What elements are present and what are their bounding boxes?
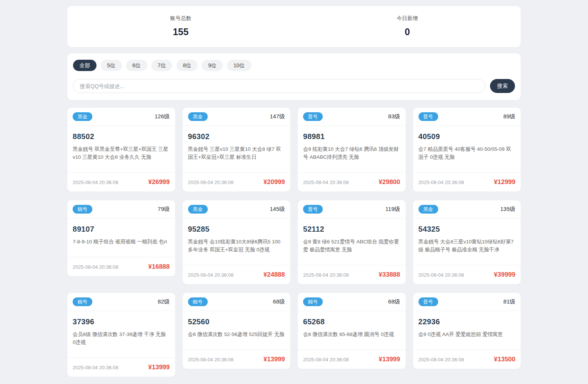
filter-tab[interactable]: 5位 [101,60,122,71]
account-type-badge: 黑金 [188,112,208,121]
account-card[interactable]: 普号 89级 40509 会7 精品蛋蛋号 40客服号 40-50/05-09 … [413,108,521,192]
account-card-footer: 2025-08-04 20:36:08 ¥13999 [183,350,291,369]
account-card[interactable]: 黑金 135级 54325 黑金靓号 大会8三星v10黄钻10绿钻6好莱7级 极… [413,200,521,284]
account-card[interactable]: 黑金 145级 95285 黑金靓号 会10炫彩黄10大8绿6腾讯5 100多年… [183,200,291,284]
account-card-footer: 2025-08-04 20:36:08 ¥13500 [413,350,521,369]
account-description: 黑金靓号 大会8三星v10黄钻10绿钻6好莱7级 极品顺子号 极品准全顺 无脸干… [418,238,516,254]
account-level: 145级 [270,206,285,213]
account-card[interactable]: 普号 83级 98981 会9 炫彩黄10 大会7 绿钻6 腾讯6 顶级发财号 … [298,108,406,192]
filter-tab[interactable]: 9位 [202,60,223,71]
account-card-header: 靓号 68级 [183,293,291,311]
account-description: 会9 炫彩黄10 大会7 绿钻6 腾讯6 顶级发财号 ABABC排列漂亮 无脸 [303,145,400,161]
qq-number: 98981 [303,132,400,141]
qq-number: 95285 [188,225,285,234]
listing-price: ¥24888 [263,271,285,279]
filter-tab[interactable]: 7位 [151,60,173,71]
account-card-body: 95285 黑金靓号 会10炫彩黄10大8绿6腾讯5 100多年业务 双国王+双… [183,218,291,265]
account-description: 会8 微信满次数 65-68递增 圆润号 0违规 [303,330,400,338]
account-card-header: 普号 89级 [413,108,521,126]
qq-number: 65268 [303,317,400,326]
account-card-header: 靓号 68级 [298,293,406,311]
stat-today-value: 0 [294,26,521,37]
listing-price: ¥13999 [379,356,400,363]
account-card-body: 52112 会9 黄8 绿6 521爱情号 ABC组合 我爱你要爱 极品爱情寓意… [298,218,406,265]
account-type-badge: 黑金 [73,112,92,121]
account-card-header: 靓号 82级 [67,293,175,311]
account-card-header: 黑金 145级 [183,200,291,218]
account-level: 135级 [500,206,515,213]
account-level: 126级 [154,113,170,120]
account-card[interactable]: 黑金 147级 96302 黑金靓号 三星v10 三星黄10 大会8 绿7 双国… [183,108,291,192]
account-level: 68级 [273,298,285,305]
listing-price: ¥29800 [379,178,400,186]
listing-price: ¥16888 [148,263,170,271]
account-description: 黑金靓号 三星v10 三星黄10 大会8 绿7 双国王+双皇冠+双三星 标准生日 [188,145,285,161]
account-card-body: 22936 会9 0违规 AA开 爱爱就想妞 爱情寓意 [413,311,521,350]
listing-date: 2025-08-04 20:36:08 [303,357,349,362]
qq-number: 37396 [73,317,170,326]
listing-price: ¥13999 [148,364,170,371]
account-card[interactable]: 普号 81级 22936 会9 0违规 AA开 爱爱就想妞 爱情寓意 2025-… [413,293,521,369]
qq-number: 54325 [418,225,516,234]
account-card[interactable]: 靓号 68级 65268 会8 微信满次数 65-68递增 圆润号 0违规 20… [298,293,406,369]
account-card-body: 89107 7-8-9-10 顺子组合 谁用谁顺 一顺到底 包rl [67,218,175,257]
account-type-badge: 普号 [303,112,323,121]
qq-number: 22936 [418,317,516,326]
account-card[interactable]: 普号 119级 52112 会9 黄8 绿6 521爱情号 ABC组合 我爱你要… [298,200,406,284]
listing-price: ¥12999 [494,178,515,186]
search-row: 搜索 [73,79,515,93]
account-card-body: 54325 黑金靓号 大会8三星v10黄钻10绿钻6好莱7级 极品顺子号 极品准… [413,218,521,265]
listing-date: 2025-08-04 20:36:08 [73,365,118,370]
listing-price: ¥33888 [379,271,400,279]
account-card[interactable]: 黑金 126级 88502 黑金靓号 双黑金至尊+双三星+双国王 三星v10 三… [67,108,175,192]
account-card-body: 40509 会7 精品蛋蛋号 40客服号 40-50/05-09 双混子 0违规… [413,126,521,172]
account-card-header: 普号 81级 [413,293,521,311]
account-level: 82级 [158,298,170,305]
listing-date: 2025-08-04 20:36:08 [303,272,349,278]
account-description: 会9 黄8 绿6 521爱情号 ABC组合 我爱你要爱 极品爱情寓意 无脸 [303,238,400,254]
qq-number: 52560 [188,317,285,326]
account-description: 会9 0违规 AA开 爱爱就想妞 爱情寓意 [418,330,516,338]
account-description: 会6 微信满次数 52-56递增 525回旋开 无脸 [188,330,285,338]
account-card[interactable]: 靓号 79级 89107 7-8-9-10 顺子组合 谁用谁顺 一顺到底 包rl… [67,200,175,276]
listing-date: 2025-08-04 20:36:08 [188,357,234,362]
page-container: 账号总数 155 今日新增 0 全部 5位 6位 7位 8位 9位 10位 搜索… [67,0,521,384]
qq-number: 89107 [73,225,170,234]
search-input[interactable] [73,79,485,93]
filter-tab-label: 6位 [132,62,141,68]
account-level: 83级 [388,113,400,120]
listing-date: 2025-08-04 20:36:08 [188,272,234,278]
filter-tab[interactable]: 10位 [227,60,251,71]
account-card[interactable]: 靓号 82级 37396 会员8级 微信满次数 37-39递增 干净 无脸 0违… [67,293,175,377]
account-card-footer: 2025-08-04 20:36:08 ¥29800 [298,172,406,192]
qq-number: 52112 [303,225,400,234]
listing-date: 2025-08-04 20:36:08 [73,180,118,185]
filter-tab[interactable]: 8位 [176,60,198,71]
account-level: 119级 [386,206,400,213]
account-type-badge: 普号 [418,112,438,121]
account-card-body: 37396 会员8级 微信满次数 37-39递增 干净 无脸 0违规 [67,311,175,358]
search-button[interactable]: 搜索 [490,79,515,93]
account-card-header: 普号 119级 [298,200,406,218]
account-description: 会员8级 微信满次数 37-39递增 干净 无脸 0违规 [73,330,170,346]
account-card[interactable]: 靓号 68级 52560 会6 微信满次数 52-56递增 525回旋开 无脸 … [183,293,291,369]
filter-tab[interactable]: 6位 [126,60,147,71]
account-card-footer: 2025-08-04 20:36:08 ¥26999 [67,172,175,192]
qq-number: 88502 [73,132,170,141]
stat-total-value: 155 [67,26,294,37]
account-cards-grid: 黑金 126级 88502 黑金靓号 双黑金至尊+双三星+双国王 三星v10 三… [67,108,521,377]
filter-tab-label: 全部 [79,62,90,68]
filter-tab[interactable]: 全部 [73,60,96,71]
account-type-badge: 黑金 [188,205,208,214]
account-type-badge: 普号 [303,205,323,214]
account-description: 会7 精品蛋蛋号 40客服号 40-50/05-09 双混子 0违规 无脸 [418,145,516,161]
account-card-footer: 2025-08-04 20:36:08 ¥16888 [67,257,175,276]
filter-tab-label: 9位 [208,62,216,68]
listing-price: ¥13999 [263,356,285,363]
filter-tab-label: 5位 [107,62,115,68]
account-description: 7-8-9-10 顺子组合 谁用谁顺 一顺到底 包rl [73,238,170,246]
account-level: 147级 [270,113,285,120]
account-card-body: 65268 会8 微信满次数 65-68递增 圆润号 0违规 [298,311,406,350]
account-card-header: 黑金 135级 [413,200,521,218]
filter-tabs: 全部 5位 6位 7位 8位 9位 10位 [73,60,515,71]
